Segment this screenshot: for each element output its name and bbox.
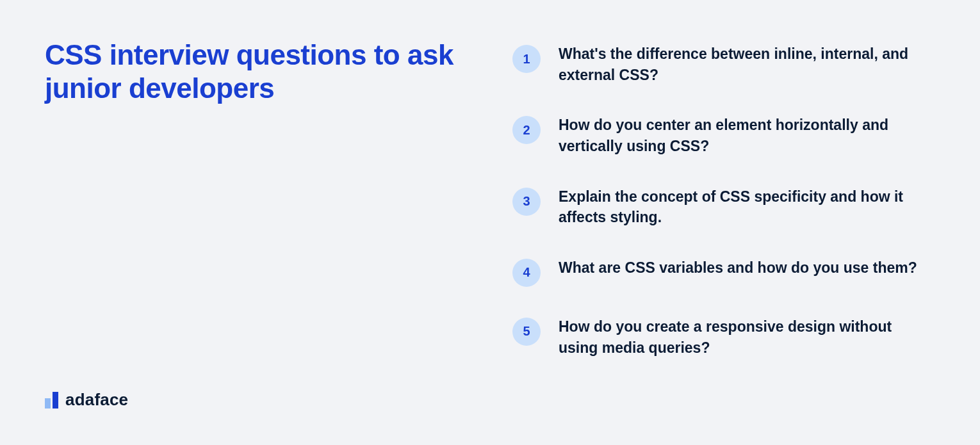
number-badge: 2 [512,116,541,144]
list-item: 3 Explain the concept of CSS specificity… [512,186,935,228]
svg-rect-1 [53,392,58,409]
question-text: How do you center an element horizontall… [559,115,917,156]
number-badge: 1 [512,45,541,73]
list-item: 2 How do you center an element horizonta… [512,115,935,156]
svg-rect-0 [45,398,51,409]
question-text: Explain the concept of CSS specificity a… [559,186,917,228]
slide-container: CSS interview questions to ask junior de… [0,0,980,445]
question-text: What are CSS variables and how do you us… [559,257,917,279]
question-text: What's the difference between inline, in… [559,44,917,85]
number-badge: 4 [512,259,541,287]
list-item: 4 What are CSS variables and how do you … [512,257,935,287]
adaface-bars-icon [45,392,59,409]
list-item: 1 What's the difference between inline, … [512,44,935,85]
left-column: CSS interview questions to ask junior de… [45,38,493,410]
brand-logo: adaface [45,390,480,410]
page-title: CSS interview questions to ask junior de… [45,38,455,105]
list-item: 5 How do you create a responsive design … [512,316,935,358]
brand-name: adaface [65,390,128,410]
question-text: How do you create a responsive design wi… [559,316,917,358]
number-badge: 3 [512,188,541,216]
number-badge: 5 [512,318,541,346]
questions-list: 1 What's the difference between inline, … [493,38,935,410]
